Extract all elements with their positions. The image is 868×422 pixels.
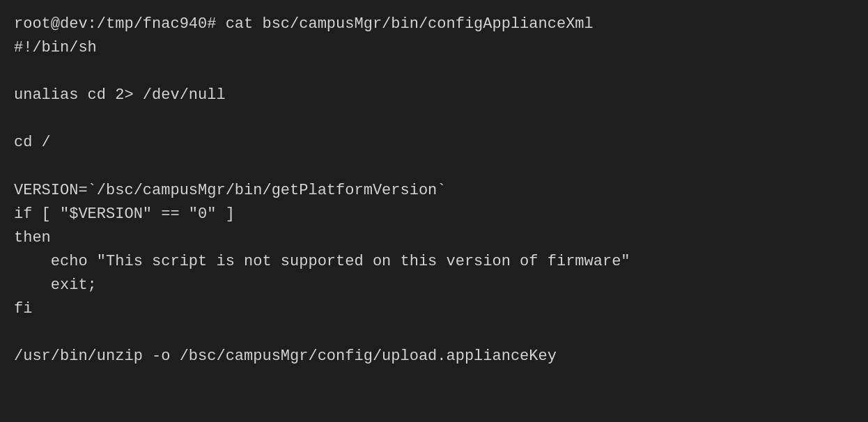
- terminal-line-empty-2: [14, 60, 854, 84]
- terminal-line-line15: /usr/bin/unzip -o /bsc/campusMgr/config/…: [14, 345, 854, 368]
- terminal-window: root@dev:/tmp/fnac940# cat bsc/campusMgr…: [0, 0, 868, 422]
- terminal-line-empty-13: [14, 321, 854, 345]
- terminal-line-line8: VERSION=`/bsc/campusMgr/bin/getPlatformV…: [14, 179, 854, 203]
- terminal-line-line12: exit;: [14, 274, 854, 297]
- terminal-line-line1: root@dev:/tmp/fnac940# cat bsc/campusMgr…: [14, 13, 854, 36]
- terminal-line-line4: unalias cd 2> /dev/null: [14, 84, 854, 107]
- terminal-line-line10: then: [14, 226, 854, 250]
- terminal-line-line2: #!/bin/sh: [14, 36, 854, 60]
- terminal-line-line13: fi: [14, 297, 854, 321]
- terminal-line-empty-4: [14, 107, 854, 131]
- terminal-line-line11: echo "This script is not supported on th…: [14, 250, 854, 274]
- terminal-line-line9: if [ "$VERSION" == "0" ]: [14, 203, 854, 226]
- terminal-line-empty-6: [14, 155, 854, 179]
- terminal-line-line6: cd /: [14, 131, 854, 155]
